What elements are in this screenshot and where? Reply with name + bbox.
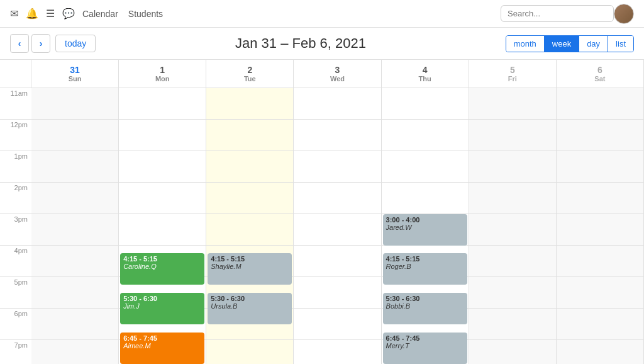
view-day[interactable]: day — [579, 36, 608, 52]
jaredw-time: 3:00 - 4:00 — [386, 216, 464, 224]
chat-icon[interactable]: 💬 — [62, 8, 75, 20]
shayli-name: Shaylie.M — [211, 263, 289, 270]
next-button[interactable]: › — [31, 34, 50, 53]
prev-button[interactable]: ‹ — [10, 34, 29, 53]
avatar[interactable] — [614, 4, 634, 24]
caroline-time: 4:15 - 5:15 — [123, 255, 201, 263]
bell-icon[interactable]: 🔔 — [26, 8, 38, 20]
nav-links: Calendar Students — [82, 9, 163, 19]
search-input[interactable] — [501, 5, 614, 22]
list-icon[interactable]: ☰ — [46, 8, 55, 20]
tue-event-shayli[interactable]: 4:15 - 5:15 Shaylie.M — [208, 253, 292, 285]
fri-name: Fri — [472, 75, 553, 82]
mon-event-aimeem[interactable]: 6:45 - 7:45 Aimee.M — [120, 333, 204, 364]
ursulab-name: Ursula.B — [211, 302, 289, 310]
thu-event-merryt[interactable]: 6:45 - 7:45 Merry.T — [383, 333, 467, 364]
sun-name: Sun — [34, 75, 116, 82]
tue-name: Tue — [209, 75, 291, 82]
time-header — [0, 60, 31, 88]
day-tue: 4:15 - 5:15 Shaylie.M 5:30 - 6:30 Ursula… — [206, 88, 294, 364]
merryt-time: 6:45 - 7:45 — [386, 334, 464, 342]
view-month[interactable]: month — [506, 36, 545, 52]
view-week[interactable]: week — [545, 36, 579, 52]
mon-event-jimj[interactable]: 5:30 - 6:30 Jim.J — [120, 293, 204, 324]
header-sat: 6 Sat — [557, 60, 644, 88]
aimeem-name: Aimee.M — [123, 342, 201, 350]
days-grid: 9:00 - 12:00 Unavailable 4:15 - 5:15 Car… — [31, 88, 644, 364]
calendar-title: Jan 31 – Feb 6, 2021 — [96, 35, 505, 52]
bobbib-time: 5:30 - 6:30 — [386, 295, 464, 302]
day-wed: 9:00 - 12:00 Unavailable — [294, 88, 381, 364]
sat-num: 6 — [597, 65, 602, 75]
mail-icon[interactable]: ✉ — [10, 8, 18, 20]
mon-event-caroline[interactable]: 4:15 - 5:15 Caroline.Q — [120, 253, 204, 285]
time-column: 11am 12pm 1pm 2pm 3pm 4pm 5pm 6pm 7pm 8p… — [0, 88, 31, 364]
time-7pm: 7pm — [0, 340, 31, 364]
rogerb-time: 4:15 - 5:15 — [386, 255, 464, 263]
header-thu: 4 Thu — [382, 60, 469, 88]
thu-name: Thu — [384, 75, 466, 82]
tue-event-ursulab[interactable]: 5:30 - 6:30 Ursula.B — [208, 293, 292, 324]
fri-num: 5 — [510, 65, 515, 75]
thu-event-jaredw[interactable]: 3:00 - 4:00 Jared.W — [383, 214, 467, 246]
nav-calendar[interactable]: Calendar — [82, 9, 118, 19]
cal-body: 11am 12pm 1pm 2pm 3pm 4pm 5pm 6pm 7pm 8p… — [0, 88, 644, 364]
day-sun: 9:00 - 12:00 Unavailable — [31, 88, 119, 364]
time-6pm: 6pm — [0, 309, 31, 340]
view-buttons: month week day list — [506, 35, 634, 52]
day-sat: 9:00 - 12:00 Unavailable — [557, 88, 644, 364]
bobbib-name: Bobbi.B — [386, 302, 464, 310]
time-11am: 11am — [0, 88, 31, 120]
time-3pm: 3pm — [0, 214, 31, 246]
nav-students[interactable]: Students — [128, 9, 163, 19]
mon-name: Mon — [121, 75, 203, 82]
header-tue: 2 Tue — [206, 60, 294, 88]
day-thu: 3:00 - 4:00 Jared.W 4:15 - 5:15 Roger.B … — [382, 88, 469, 364]
top-nav: ✉ 🔔 ☰ 💬 Calendar Students — [0, 0, 644, 28]
jimj-name: Jim.J — [123, 302, 201, 310]
shayli-time: 4:15 - 5:15 — [211, 255, 289, 263]
wed-num: 3 — [335, 65, 340, 75]
day-mon: 4:15 - 5:15 Caroline.Q 5:30 - 6:30 Jim.J — [119, 88, 206, 364]
nav-buttons: ‹ › — [10, 34, 50, 53]
rogerb-name: Roger.B — [386, 263, 464, 270]
time-4pm: 4pm — [0, 246, 31, 277]
header-wed: 3 Wed — [294, 60, 381, 88]
time-12pm: 12pm — [0, 120, 31, 151]
nav-icons: ✉ 🔔 ☰ 💬 — [10, 8, 75, 20]
time-1pm: 1pm — [0, 151, 31, 183]
thu-num: 4 — [423, 65, 428, 75]
tue-num: 2 — [247, 65, 252, 75]
view-list[interactable]: list — [608, 36, 633, 52]
header-mon: 1 Mon — [119, 60, 206, 88]
thu-event-bobbib[interactable]: 5:30 - 6:30 Bobbi.B — [383, 293, 467, 324]
sun-num: 31 — [70, 65, 80, 75]
caroline-name: Caroline.Q — [123, 263, 201, 270]
jaredw-name: Jared.W — [386, 224, 464, 231]
jimj-time: 5:30 - 6:30 — [123, 295, 201, 302]
aimeem-time: 6:45 - 7:45 — [123, 334, 201, 342]
mon-num: 1 — [160, 65, 165, 75]
header-sun: 31 Sun — [31, 60, 119, 88]
merryt-name: Merry.T — [386, 342, 464, 350]
header-fri: 5 Fri — [469, 60, 557, 88]
time-5pm: 5pm — [0, 277, 31, 309]
today-button[interactable]: today — [55, 35, 96, 52]
thu-event-rogerb[interactable]: 4:15 - 5:15 Roger.B — [383, 253, 467, 285]
day-fri — [469, 88, 557, 364]
calendar-container: 31 Sun 1 Mon 2 Tue 3 Wed 4 Thu 5 Fri 6 S… — [0, 60, 644, 364]
ursulab-time: 5:30 - 6:30 — [211, 295, 289, 302]
cal-toolbar: ‹ › today Jan 31 – Feb 6, 2021 month wee… — [0, 28, 644, 60]
wed-name: Wed — [296, 75, 378, 82]
time-2pm: 2pm — [0, 183, 31, 214]
sat-name: Sat — [559, 75, 641, 82]
cal-header: 31 Sun 1 Mon 2 Tue 3 Wed 4 Thu 5 Fri 6 S… — [0, 60, 644, 88]
